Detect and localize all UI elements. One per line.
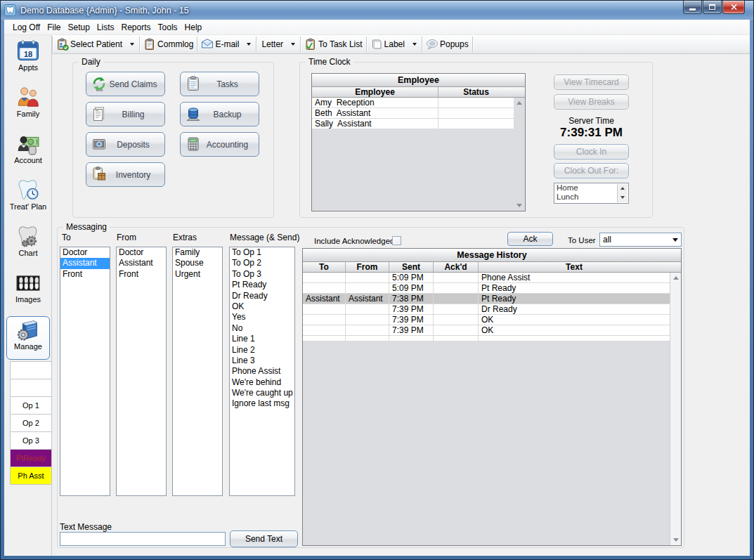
operatory-button[interactable]	[10, 361, 52, 379]
message-send-list[interactable]: To Op 1To Op 2To Op 3Pt ReadyDr ReadyOKY…	[229, 247, 295, 496]
employee-row[interactable]: Amy Reception	[312, 98, 514, 108]
operatory-button-op-3[interactable]: Op 3	[10, 431, 52, 450]
to-list[interactable]: DoctorAssistantFront	[60, 247, 110, 496]
list-item-yes[interactable]: Yes	[230, 312, 294, 323]
toolbar-button-label[interactable]: Label	[367, 35, 422, 53]
toolbar-button-letter[interactable]: Letter	[256, 35, 300, 53]
menu-item-help[interactable]: Help	[181, 20, 206, 35]
list-item-ok[interactable]: OK	[230, 301, 294, 312]
list-item-to-op-1[interactable]: To Op 1	[230, 247, 294, 258]
scroll-down-icon[interactable]	[618, 193, 628, 202]
toolbar-button-to-task-list[interactable]: To Task List	[301, 35, 365, 53]
list-item-assistant[interactable]: Assistant	[117, 258, 166, 268]
status-column-header[interactable]: Status	[438, 87, 514, 97]
menu-item-lists[interactable]: Lists	[93, 20, 118, 35]
list-item-phone-assist[interactable]: Phone Assist	[230, 366, 294, 377]
clock-out-for-button[interactable]: Clock Out For:	[554, 163, 629, 178]
list-item-pt-ready[interactable]: Pt Ready	[230, 280, 294, 290]
menu-item-reports[interactable]: Reports	[118, 20, 155, 35]
operatory-button-ph-asst[interactable]: Ph Asst	[10, 467, 52, 485]
toolbar-button-popups[interactable]: Popups	[422, 35, 472, 53]
deposits-button[interactable]: Deposits	[86, 132, 165, 157]
operatory-button[interactable]	[10, 379, 52, 397]
chevron-down-icon[interactable]	[291, 43, 295, 46]
list-item-family[interactable]: Family	[173, 247, 222, 258]
employee-row[interactable]: Sally Assistant	[312, 119, 514, 129]
message-history-row[interactable]: 7:39 PMOK	[303, 325, 670, 336]
send-claims-button[interactable]: Send Claims	[86, 72, 165, 96]
scroll-up-icon[interactable]	[673, 276, 679, 280]
list-item-line-1[interactable]: Line 1	[230, 334, 294, 344]
message-history-scrollbar[interactable]	[670, 273, 681, 545]
list-item-front[interactable]: Front	[117, 269, 166, 280]
sidebar-item-images[interactable]: Images	[6, 270, 50, 313]
minimize-button[interactable]	[683, 1, 702, 14]
billing-button[interactable]: Billing	[86, 102, 165, 126]
sent-column-header[interactable]: Sent	[389, 262, 434, 272]
sidebar-item-family[interactable]: Family	[6, 84, 50, 128]
operatory-button-op-2[interactable]: Op 2	[10, 414, 52, 432]
maximize-button[interactable]	[703, 1, 722, 14]
toolbar-button-select-patient[interactable]: Select Patient	[53, 35, 139, 53]
view-timecard-button[interactable]: View Timecard	[554, 74, 629, 90]
scroll-up-icon[interactable]	[516, 101, 522, 105]
scroll-down-icon[interactable]	[673, 538, 679, 542]
message-history-row[interactable]: 7:39 PMOK	[303, 315, 670, 325]
clock-out-options-list[interactable]: HomeLunch	[554, 183, 629, 204]
include-acknowledged-checkbox[interactable]	[392, 236, 401, 245]
close-button[interactable]	[722, 1, 745, 14]
message-history-row[interactable]: 7:39 PMDr Ready	[303, 304, 670, 315]
menu-item-setup[interactable]: Setup	[64, 20, 93, 35]
inventory-button[interactable]: Inventory	[86, 162, 165, 187]
list-item-to-op-3[interactable]: To Op 3	[230, 269, 294, 280]
operatory-button-op-1[interactable]: Op 1	[10, 396, 52, 415]
scroll-down-icon[interactable]	[516, 204, 522, 207]
menu-item-tools[interactable]: Tools	[155, 20, 181, 35]
list-item-line-3[interactable]: Line 3	[230, 356, 294, 366]
chevron-down-icon[interactable]	[412, 43, 417, 46]
text-message-input[interactable]	[60, 532, 226, 546]
clock-in-button[interactable]: Clock In	[554, 144, 629, 159]
message-history-row[interactable]: AssistantAssistant7:38 PMPt Ready	[303, 294, 670, 304]
from-list[interactable]: DoctorAssistantFront	[116, 247, 167, 496]
chevron-down-icon[interactable]	[247, 43, 251, 46]
list-item-urgent[interactable]: Urgent	[173, 269, 222, 280]
sidebar-item-treat-plan[interactable]: Treat' Plan	[6, 177, 50, 221]
sidebar-item-manage[interactable]: Manage	[6, 316, 50, 360]
list-item-front[interactable]: Front	[60, 269, 110, 280]
ackd-column-header[interactable]: Ack'd	[434, 262, 479, 272]
ack-button[interactable]: Ack	[507, 232, 553, 246]
text-column-header[interactable]: Text	[479, 262, 670, 272]
menu-item-file[interactable]: File	[44, 20, 64, 35]
tasks-button[interactable]: Tasks	[180, 72, 259, 96]
message-history-row[interactable]: 5:09 PMPhone Assist	[303, 273, 670, 283]
clock-out-list-scrollbar[interactable]	[617, 184, 628, 202]
list-item-line-2[interactable]: Line 2	[230, 345, 294, 356]
list-item-to-op-2[interactable]: To Op 2	[230, 258, 294, 268]
view-breaks-button[interactable]: View Breaks	[554, 94, 629, 110]
to-column-header[interactable]: To	[303, 262, 346, 272]
list-item-no[interactable]: No	[230, 323, 294, 334]
chevron-down-icon[interactable]	[130, 43, 134, 46]
operatory-button-ptready[interactable]: PtReady	[10, 449, 52, 467]
toolbar-button-commlog[interactable]: Commlog	[140, 35, 197, 53]
from-column-header[interactable]: From	[346, 262, 389, 272]
list-item-assistant[interactable]: Assistant	[60, 258, 110, 268]
list-item-spouse[interactable]: Spouse	[173, 258, 222, 268]
scroll-up-icon[interactable]	[618, 184, 628, 193]
toolbar-button-e-mail[interactable]: E-mail	[197, 35, 256, 53]
sidebar-item-chart[interactable]: Chart	[6, 223, 50, 267]
extras-list[interactable]: FamilySpouseUrgent	[172, 247, 223, 496]
backup-button[interactable]: Backup	[180, 102, 259, 126]
employee-row[interactable]: Beth Assistant	[312, 108, 514, 119]
employee-column-header[interactable]: Employee	[312, 87, 438, 97]
list-item-doctor[interactable]: Doctor	[60, 247, 110, 258]
employee-table-scrollbar[interactable]	[514, 98, 525, 211]
list-item-ignore-last-msg[interactable]: Ignore last msg	[230, 398, 294, 409]
menu-item-log-off[interactable]: Log Off	[9, 20, 44, 35]
list-item-we-re-behind[interactable]: We're behind	[230, 377, 294, 388]
message-history-row[interactable]: 5:09 PMPt Ready	[303, 283, 670, 294]
list-item-doctor[interactable]: Doctor	[117, 247, 166, 258]
sidebar-item-account[interactable]: Account	[6, 131, 50, 174]
list-item-we-re-caught-up[interactable]: We're caught up	[230, 388, 294, 398]
